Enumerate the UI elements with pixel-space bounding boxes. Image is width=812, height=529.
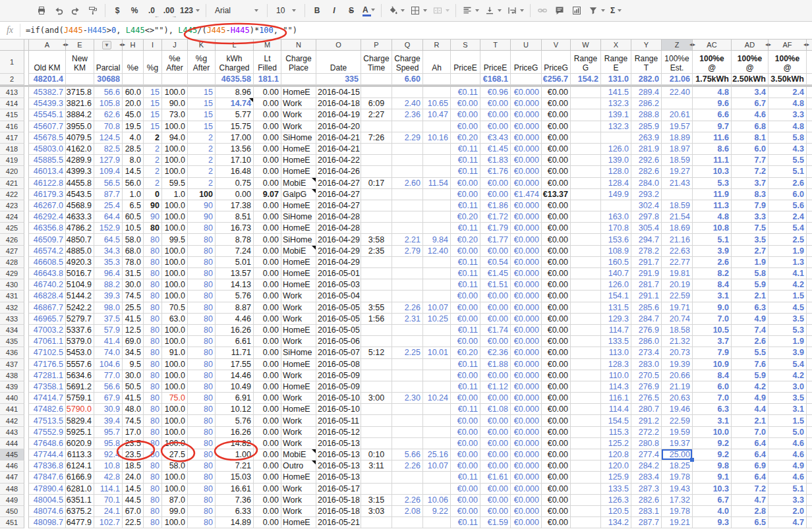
cell[interactable]: 46643.8	[29, 268, 66, 279]
insert-chart-button[interactable]	[569, 3, 585, 18]
cell[interactable]: 7.0	[732, 427, 768, 438]
row-header-420[interactable]: 420	[0, 166, 24, 177]
cell[interactable]: 80	[144, 415, 162, 426]
cell[interactable]: 20.61	[662, 109, 693, 121]
column-header-R[interactable]: R	[423, 40, 451, 51]
row-header-2[interactable]: 2	[0, 74, 24, 85]
totals-cell[interactable]: 48201.4	[29, 74, 66, 85]
cell[interactable]: 2016-04-18	[316, 98, 361, 109]
cell[interactable]: 276.9	[631, 325, 662, 336]
cell[interactable]: 45885.5	[29, 155, 66, 166]
cell[interactable]: 46740.2	[29, 279, 66, 291]
cell[interactable]: MobiE	[281, 178, 316, 189]
cell[interactable]: 8.1	[732, 132, 768, 144]
cell[interactable]: 1.0	[162, 189, 188, 200]
cell[interactable]: 0.00	[254, 449, 281, 460]
cell[interactable]: 6.4	[732, 438, 768, 449]
cell[interactable]: 0.00	[254, 109, 281, 121]
cell[interactable]: 270.5	[631, 370, 662, 381]
cell[interactable]: 14.13	[216, 279, 254, 291]
cell[interactable]: €0.00	[480, 121, 511, 132]
cell[interactable]	[361, 415, 392, 426]
cell[interactable]: 5.5	[768, 155, 807, 166]
cell[interactable]: 80	[188, 325, 216, 336]
cell[interactable]: 3.3	[768, 109, 807, 121]
cell[interactable]: 0:10	[361, 449, 392, 460]
cell[interactable]: 152.9	[94, 223, 123, 234]
cell[interactable]: 5.9	[732, 279, 768, 291]
cell[interactable]: 140.7	[601, 268, 631, 279]
cell[interactable]: 5.76	[216, 291, 254, 302]
cell[interactable]: €0.11	[451, 279, 480, 291]
column-title[interactable]: Range E	[601, 51, 631, 74]
cell[interactable]: 10.49	[216, 381, 254, 393]
cell[interactable]: 10.5	[693, 325, 732, 336]
cell[interactable]: 90	[144, 200, 162, 211]
cell[interactable]: 47744.4	[29, 449, 66, 460]
cell[interactable]: 3.3	[732, 211, 768, 223]
cell[interactable]: €0.00	[451, 189, 480, 200]
cell[interactable]: 132.3	[601, 121, 631, 132]
cell[interactable]: 15	[144, 109, 162, 121]
cell[interactable]: 3:15	[361, 495, 392, 506]
cell[interactable]: Work	[281, 109, 316, 121]
cell[interactable]: €0.00	[542, 302, 571, 314]
cell[interactable]: €0.20	[451, 347, 480, 358]
cell[interactable]: 46828.4	[29, 291, 66, 302]
cell[interactable]: €0.000	[511, 415, 542, 426]
cell[interactable]: €0.00	[451, 484, 480, 495]
cell[interactable]: €0.000	[511, 438, 542, 449]
cell[interactable]: 22.59	[662, 291, 693, 302]
column-header-AF[interactable]: ▸AF◂	[768, 40, 807, 51]
cell[interactable]	[392, 121, 423, 132]
cell[interactable]: €0.00	[542, 268, 571, 279]
cell[interactable]: 3715.8	[66, 87, 94, 98]
cell[interactable]: 11.1	[693, 155, 732, 166]
cell[interactable]: €0.00	[451, 393, 480, 404]
cell[interactable]: 19.59	[662, 427, 693, 438]
cell[interactable]: 276.5	[631, 393, 662, 404]
cell[interactable]: €0.000	[511, 404, 542, 415]
cell[interactable]	[423, 144, 451, 155]
cell[interactable]: €2.36	[480, 347, 511, 358]
column-header-AD[interactable]: AD◂	[732, 40, 768, 51]
cell[interactable]: 37.5	[94, 314, 123, 325]
column-header-narrow[interactable]: ▼◂	[94, 40, 123, 51]
cell[interactable]	[392, 404, 423, 415]
column-title[interactable]: %g After	[188, 51, 216, 74]
cell[interactable]: 4162.0	[66, 144, 94, 155]
cell[interactable]: 23.5	[123, 449, 144, 460]
cell[interactable]: 5.4	[768, 359, 807, 370]
cell[interactable]: 9.5	[123, 359, 144, 370]
cell[interactable]: 8.2	[693, 268, 732, 279]
cell[interactable]	[571, 427, 601, 438]
cell[interactable]: €0.00	[480, 393, 511, 404]
cell[interactable]: 5.5	[732, 347, 768, 358]
cell[interactable]	[361, 166, 392, 177]
cell[interactable]: 4289.9	[66, 155, 94, 166]
cell[interactable]: 289.4	[631, 87, 662, 98]
cell[interactable]: 100.0	[162, 246, 188, 257]
cell[interactable]: €0.00	[451, 314, 480, 325]
cell[interactable]: €0.00	[542, 314, 571, 325]
column-header-H[interactable]: ▸H	[123, 40, 144, 51]
font-family-button[interactable]: Arial	[210, 3, 263, 18]
cell[interactable]: 10.16	[423, 132, 451, 144]
cell[interactable]: 2016-05-05	[316, 302, 361, 314]
cell[interactable]: €0.00	[451, 449, 480, 460]
cell[interactable]: €0.000	[511, 336, 542, 347]
cell[interactable]: 5829.4	[66, 415, 94, 426]
cell[interactable]: 4920.3	[66, 257, 94, 268]
cell[interactable]: €0.00	[480, 427, 511, 438]
cell[interactable]: €0.000	[511, 246, 542, 257]
cell[interactable]: €0.000	[511, 381, 542, 393]
unhide-columns-icon[interactable]: ▸	[693, 42, 695, 47]
cell[interactable]: €0.20	[451, 234, 480, 245]
cell[interactable]: 6.9	[732, 460, 768, 472]
cell[interactable]	[571, 144, 601, 155]
cell[interactable]: €0.00	[542, 427, 571, 438]
cell[interactable]: 2016-05-06	[316, 336, 361, 347]
cell[interactable]: 13.56	[216, 144, 254, 155]
cell[interactable]: 80	[144, 427, 162, 438]
cell[interactable]: 80	[188, 347, 216, 358]
